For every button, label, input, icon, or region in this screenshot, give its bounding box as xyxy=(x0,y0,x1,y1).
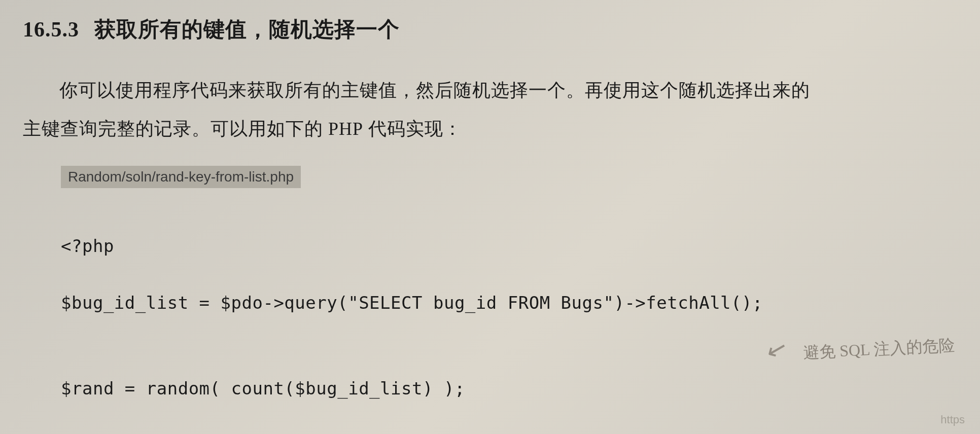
code-block: <?php $bug_id_list = $pdo->query("SELECT… xyxy=(61,203,957,434)
code-file-path-label: Random/soln/rand-key-from-list.php xyxy=(61,166,301,188)
watermark-text: https xyxy=(940,413,965,426)
paragraph-line-2-prefix: 主键查询完整的记录。可以用如下的 xyxy=(23,119,328,139)
php-word: PHP xyxy=(328,119,363,139)
paragraph-line-1: 你可以使用程序代码来获取所有的主键值，然后随机选择一个。再使用这个随机选择出来的 xyxy=(23,71,957,110)
code-line-4: $rand = random( count($bug_id_list) ); xyxy=(61,374,957,403)
body-paragraph: 你可以使用程序代码来获取所有的主键值，然后随机选择一个。再使用这个随机选择出来的… xyxy=(23,71,957,148)
code-line-1: <?php xyxy=(61,232,957,260)
section-title: 获取所有的键值，随机选择一个 xyxy=(94,18,400,41)
section-number: 16.5.3 xyxy=(23,18,79,41)
paragraph-line-2: 主键查询完整的记录。可以用如下的 PHP 代码实现： xyxy=(23,110,957,149)
code-line-2: $bug_id_list = $pdo->query("SELECT bug_i… xyxy=(61,288,957,317)
paragraph-line-2-suffix: 代码实现： xyxy=(363,119,462,139)
code-line-5: $rand_bug_id = $bug_id_list[$rand]["bug_… xyxy=(61,431,957,434)
section-heading: 16.5.3获取所有的键值，随机选择一个 xyxy=(23,15,957,44)
